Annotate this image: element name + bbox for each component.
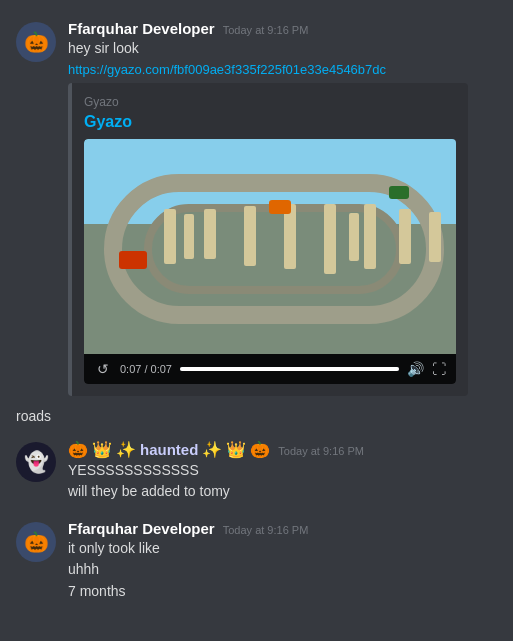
timestamp-3: Today at 9:16 PM: [223, 524, 309, 536]
embed-container: Gyazo Gyazo: [68, 83, 468, 396]
timestamp-2: Today at 9:16 PM: [278, 445, 364, 457]
emoji-crown-1: 👑: [92, 440, 112, 459]
avatar: 🎃: [16, 22, 56, 62]
video-controls: ↺ 0:07 / 0:07 🔊 ⛶: [84, 354, 456, 384]
pillar: [184, 214, 194, 259]
message-header-3: Ffarquhar Developer Today at 9:16 PM: [68, 520, 497, 537]
train-green: [389, 186, 409, 199]
ffarquhar-line-3: 7 months: [68, 582, 497, 602]
ffarquhar-line-1: it only took like: [68, 539, 497, 559]
pillar: [164, 209, 176, 264]
emoji-pumpkin-1: 🎃: [68, 440, 88, 459]
pillar: [399, 209, 411, 264]
train-orange: [269, 200, 291, 214]
message-group-2: 👻 🎃 👑 ✨ haunted ✨ 👑 🎃 Today at 9:16 PM Y…: [0, 436, 513, 508]
video-placeholder: [84, 139, 456, 354]
train-red: [119, 251, 147, 269]
message-link-1[interactable]: https://gyazo.com/fbf009ae3f335f225f01e3…: [68, 62, 386, 77]
avatar-ffarquhar-2: 🎃: [16, 522, 56, 562]
message-content-2: 🎃 👑 ✨ haunted ✨ 👑 🎃 Today at 9:16 PM YES…: [68, 440, 497, 504]
emoji-sparkle-2: ✨: [202, 440, 222, 459]
timestamp-1: Today at 9:16 PM: [223, 24, 309, 36]
haunted-line-2: will they be added to tomy: [68, 482, 497, 502]
username-1: Ffarquhar Developer: [68, 20, 215, 37]
pillar: [364, 204, 376, 269]
pillar: [429, 212, 441, 262]
haunted-name-row: 🎃 👑 ✨ haunted ✨ 👑 🎃: [68, 440, 270, 459]
message-group-1: 🎃 Ffarquhar Developer Today at 9:16 PM h…: [0, 16, 513, 400]
fullscreen-icon[interactable]: ⛶: [432, 361, 446, 377]
message-header-1: Ffarquhar Developer Today at 9:16 PM: [68, 20, 497, 37]
chat-container: 🎃 Ffarquhar Developer Today at 9:16 PM h…: [0, 0, 513, 628]
replay-icon[interactable]: ↺: [94, 360, 112, 378]
pillar: [349, 213, 359, 261]
message-group-3: 🎃 Ffarquhar Developer Today at 9:16 PM i…: [0, 516, 513, 608]
volume-icon[interactable]: 🔊: [407, 361, 424, 377]
message-header-2: 🎃 👑 ✨ haunted ✨ 👑 🎃 Today at 9:16 PM: [68, 440, 497, 459]
haunted-line-1: YESSSSSSSSSSSS: [68, 461, 497, 481]
embed-image: ↺ 0:07 / 0:07 🔊 ⛶: [84, 139, 456, 384]
emoji-pumpkin-2: 🎃: [250, 440, 270, 459]
pillar: [324, 204, 336, 274]
progress-bar[interactable]: [180, 367, 399, 371]
emoji-sparkle-1: ✨: [116, 440, 136, 459]
pillar: [204, 209, 216, 259]
time-display: 0:07 / 0:07: [120, 363, 172, 375]
embed-provider: Gyazo: [84, 95, 456, 109]
username-3: Ffarquhar Developer: [68, 520, 215, 537]
video-scene: [84, 139, 456, 354]
username-haunted: haunted: [140, 441, 198, 458]
emoji-crown-2: 👑: [226, 440, 246, 459]
roads-text: roads: [0, 404, 513, 428]
avatar-haunted: 👻: [16, 442, 56, 482]
message-content-3: Ffarquhar Developer Today at 9:16 PM it …: [68, 520, 497, 604]
pillar: [244, 206, 256, 266]
embed-title[interactable]: Gyazo: [84, 113, 456, 131]
message-text-1: hey sir look: [68, 39, 497, 59]
progress-fill: [180, 367, 399, 371]
message-content-1: Ffarquhar Developer Today at 9:16 PM hey…: [68, 20, 497, 396]
ffarquhar-line-2: uhhh: [68, 560, 497, 580]
